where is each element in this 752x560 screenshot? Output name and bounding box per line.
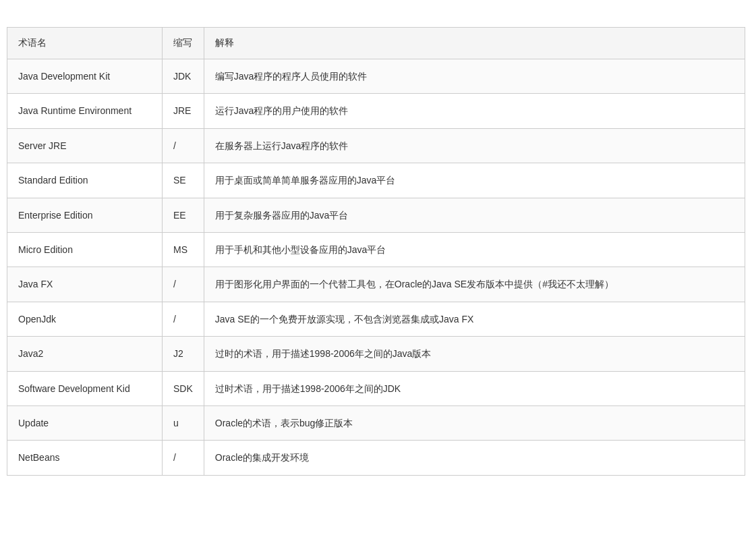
table-row: Java2J2过时的术语，用于描述1998-2006年之间的Java版本	[7, 337, 745, 371]
table-row: Software Development KidSDK过时术语，用于描述1998…	[7, 371, 745, 405]
cell-abbr: MS	[163, 232, 204, 267]
cell-abbr: JRE	[163, 94, 204, 128]
cell-abbr: SE	[163, 163, 204, 198]
table-row: Enterprise EditionEE用于复杂服务器应用的Java平台	[7, 198, 745, 232]
cell-term: NetBeans	[7, 441, 163, 475]
cell-abbr: u	[163, 405, 204, 440]
col-header-desc: 解释	[204, 28, 745, 59]
cell-desc: 用于复杂服务器应用的Java平台	[204, 198, 745, 232]
cell-term: Standard Edition	[7, 163, 163, 198]
cell-abbr: /	[163, 302, 204, 336]
table-row: Micro EditionMS用于手机和其他小型设备应用的Java平台	[7, 232, 745, 267]
table-row: UpdateuOracle的术语，表示bug修正版本	[7, 405, 745, 440]
terminology-table: 术语名 缩写 解释 Java Development KitJDK编写Java程…	[7, 27, 745, 476]
cell-abbr: EE	[163, 198, 204, 232]
cell-term: Server JRE	[7, 128, 163, 163]
cell-abbr: /	[163, 267, 204, 302]
cell-desc: Oracle的集成开发环境	[204, 441, 745, 475]
cell-abbr: JDK	[163, 59, 204, 94]
cell-abbr: /	[163, 441, 204, 475]
table-row: Java FX/用于图形化用户界面的一个代替工具包，在Oracle的Java S…	[7, 267, 745, 302]
col-header-abbr: 缩写	[163, 28, 204, 59]
table-row: NetBeans/Oracle的集成开发环境	[7, 441, 745, 475]
cell-term: Update	[7, 405, 163, 440]
table-row: Java Development KitJDK编写Java程序的程序人员使用的软…	[7, 59, 745, 94]
cell-term: Micro Edition	[7, 232, 163, 267]
cell-abbr: J2	[163, 337, 204, 371]
table-row: Standard EditionSE用于桌面或简单简单服务器应用的Java平台	[7, 163, 745, 198]
cell-abbr: SDK	[163, 371, 204, 405]
cell-abbr: /	[163, 128, 204, 163]
cell-desc: Oracle的术语，表示bug修正版本	[204, 405, 745, 440]
cell-term: Enterprise Edition	[7, 198, 163, 232]
table-row: Server JRE/在服务器上运行Java程序的软件	[7, 128, 745, 163]
cell-term: Software Development Kid	[7, 371, 163, 405]
cell-term: Java Runtime Environment	[7, 94, 163, 128]
cell-desc: 在服务器上运行Java程序的软件	[204, 128, 745, 163]
cell-desc: 用于图形化用户界面的一个代替工具包，在Oracle的Java SE发布版本中提供…	[204, 267, 745, 302]
cell-desc: 用于桌面或简单简单服务器应用的Java平台	[204, 163, 745, 198]
cell-term: OpenJdk	[7, 302, 163, 336]
cell-term: Java2	[7, 337, 163, 371]
col-header-term: 术语名	[7, 28, 163, 59]
table-row: OpenJdk/Java SE的一个免费开放源实现，不包含浏览器集成或Java …	[7, 302, 745, 336]
table-header-row: 术语名 缩写 解释	[7, 28, 745, 59]
cell-desc: Java SE的一个免费开放源实现，不包含浏览器集成或Java FX	[204, 302, 745, 336]
cell-desc: 过时的术语，用于描述1998-2006年之间的Java版本	[204, 337, 745, 371]
table-row: Java Runtime EnvironmentJRE运行Java程序的用户使用…	[7, 94, 745, 128]
cell-desc: 用于手机和其他小型设备应用的Java平台	[204, 232, 745, 267]
cell-term: Java Development Kit	[7, 59, 163, 94]
cell-desc: 编写Java程序的程序人员使用的软件	[204, 59, 745, 94]
cell-desc: 运行Java程序的用户使用的软件	[204, 94, 745, 128]
cell-desc: 过时术语，用于描述1998-2006年之间的JDK	[204, 371, 745, 405]
cell-term: Java FX	[7, 267, 163, 302]
